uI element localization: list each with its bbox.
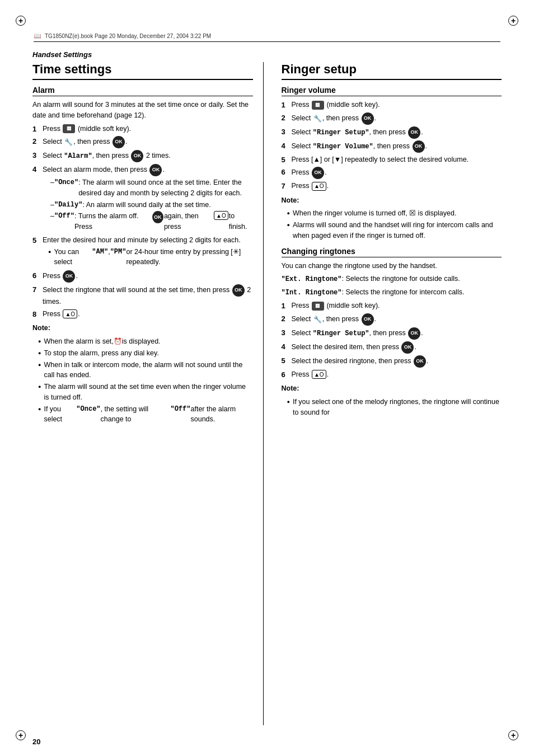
reg-mark-br	[508, 730, 518, 740]
page: 📖 TG1850NZ(e).book Page 20 Monday, Decem…	[0, 0, 534, 756]
changing-ringtones-notes-list: If you select one of the melody ringtone…	[287, 397, 502, 418]
alarm-note-label: Note:	[32, 323, 253, 334]
cr-ok-2: OK	[362, 313, 374, 326]
alarm-step-8: 8 Press ▲O.	[32, 309, 253, 320]
alarm-mode-once: "Once": The alarm will sound once at the…	[50, 177, 253, 199]
ringer-setup-title: Ringer setup	[282, 62, 502, 80]
cr-settings-icon: 🔧	[313, 314, 322, 325]
rv-step-2-content: Select 🔧, then press OK.	[292, 112, 502, 125]
cr-step-1-content: Press ▦ (middle soft key).	[292, 300, 502, 311]
reg-mark-bl	[16, 730, 26, 740]
cr-step-4: 4 Select the desired item, then press OK…	[282, 341, 502, 354]
step-3-content: Select "Alarm", then press OK 2 times.	[43, 150, 253, 162]
int-ringtone-desc: "Int. Ringtone": Selects the ringtone fo…	[282, 287, 502, 298]
cr-step-num-3: 3	[282, 327, 292, 339]
cr-ok-3: OK	[408, 327, 420, 340]
ok-btn-3: OK	[131, 150, 143, 162]
left-column: Time settings Alarm An alarm will sound …	[32, 62, 264, 725]
step-5-content: Enter the desired hour and minute by sel…	[43, 235, 253, 269]
rv-ok-2: OK	[362, 112, 374, 125]
cr-note-1: If you select one of the melody ringtone…	[287, 397, 502, 418]
alarm-mode-list: "Once": The alarm will sound once at the…	[50, 177, 253, 232]
alarm-note-2: To stop the alarm, press any dial key.	[38, 348, 253, 359]
step-num-8: 8	[32, 309, 43, 320]
two-columns: Time settings Alarm An alarm will sound …	[32, 62, 502, 725]
step-8-content: Press ▲O.	[43, 309, 253, 320]
cr-step-3: 3 Select "Ringer Setup", then press OK.	[282, 327, 502, 340]
rv-step-num-6: 6	[282, 167, 292, 178]
alarm-step-2: 2 Select 🔧, then press OK.	[32, 136, 253, 148]
step-num-3: 3	[32, 150, 43, 161]
section-header: Handset Settings	[32, 50, 502, 59]
step-2-content: Select 🔧, then press OK.	[43, 136, 253, 148]
cr-step-5: 5 Select the desired ringtone, then pres…	[282, 355, 502, 368]
rv-func-btn-7: ▲O	[312, 182, 326, 191]
rv-step-6-content: Press OK.	[292, 167, 502, 179]
step-1-content: Press ▦ (middle soft key).	[43, 124, 253, 134]
ringer-volume-notes-list: When the ringer volume is turned off, ☒ …	[287, 208, 502, 241]
rv-step-1-content: Press ▦ (middle soft key).	[292, 100, 502, 110]
rv-step-3: 3 Select "Ringer Setup", then press OK.	[282, 126, 502, 139]
rv-step-3-content: Select "Ringer Setup", then press OK.	[292, 126, 502, 139]
page-number: 20	[32, 738, 40, 746]
step-num-4: 4	[32, 164, 43, 175]
step-num-5: 5	[32, 235, 43, 246]
ok-btn-7: OK	[232, 284, 245, 297]
rv-note-2: Alarms will sound and the handset will r…	[287, 220, 502, 241]
cr-step-num-4: 4	[282, 341, 292, 353]
header-info: 📖 TG1850NZ(e).book Page 20 Monday, Decem…	[34, 32, 500, 42]
rv-ok-6: OK	[312, 167, 324, 179]
step-num-7: 7	[32, 284, 43, 295]
ext-ringtone-desc: "Ext. Ringtone": Selects the ringtone fo…	[282, 274, 502, 284]
rv-step-num-3: 3	[282, 126, 292, 138]
step-num-2: 2	[32, 136, 43, 147]
ringer-volume-steps-list: 1 Press ▦ (middle soft key). 2 Select 🔧,…	[282, 100, 502, 192]
ok-btn-6: OK	[63, 270, 75, 283]
int-ringtone-label: "Int. Ringtone"	[282, 289, 342, 297]
rv-step-num-5: 5	[282, 154, 292, 166]
alarm-note-1: When the alarm is set, ⏰ is displayed.	[38, 336, 253, 347]
cr-step-4-content: Select the desired item, then press OK.	[292, 341, 502, 354]
changing-note-label: Note:	[282, 383, 502, 394]
rv-step-7: 7 Press ▲O.	[282, 181, 502, 192]
alarm-mode-daily: "Daily": An alarm will sound daily at th…	[50, 200, 253, 210]
alarm-note-5: If you select "Once", the setting will c…	[38, 404, 253, 425]
rv-step-num-2: 2	[282, 112, 292, 124]
cr-step-2: 2 Select 🔧, then press OK.	[282, 313, 502, 326]
book-icon: 📖	[34, 32, 41, 40]
ok-btn-2: OK	[113, 136, 125, 148]
alarm-mode-off: "Off": Turns the alarm off. Press OK aga…	[50, 211, 253, 232]
alarm-step-1: 1 Press ▦ (middle soft key).	[32, 124, 253, 135]
content-area: Handset Settings Time settings Alarm An …	[32, 50, 502, 725]
ringer-volume-note-label: Note:	[282, 195, 502, 206]
alarm-intro: An alarm will sound for 3 minutes at the…	[32, 100, 253, 121]
cr-step-1: 1 Press ▦ (middle soft key).	[282, 300, 502, 312]
alarm-notes-list: When the alarm is set, ⏰ is displayed. T…	[38, 336, 253, 425]
rv-step-num-1: 1	[282, 100, 292, 111]
step-5-bullets: You can select "AM", "PM" or 24-hour tim…	[48, 247, 253, 268]
rv-step-6: 6 Press OK.	[282, 167, 502, 179]
rv-step-num-4: 4	[282, 140, 292, 152]
step-7-content: Select the ringtone that will sound at t…	[43, 284, 253, 307]
rv-step-2: 2 Select 🔧, then press OK.	[282, 112, 502, 125]
cr-ok-5: OK	[414, 355, 426, 368]
cr-step-6: 6 Press ▲O.	[282, 369, 502, 381]
rv-settings-icon: 🔧	[313, 114, 322, 124]
soft-key-icon-1: ▦	[63, 124, 75, 133]
step-num-1: 1	[32, 124, 43, 135]
alarm-subsection-title: Alarm	[32, 86, 253, 96]
alarm-clock-icon: ⏰	[114, 336, 122, 346]
cr-step-num-1: 1	[282, 300, 292, 312]
reg-mark-tr	[508, 16, 518, 26]
alarm-note-4: The alarm will sound at the set time eve…	[38, 382, 253, 403]
cr-step-5-content: Select the desired ringtone, then press …	[292, 355, 502, 368]
rv-step-4: 4 Select "Ringer Volume", then press OK.	[282, 140, 502, 153]
cr-step-num-6: 6	[282, 369, 292, 381]
rv-step-num-7: 7	[282, 181, 292, 192]
func-btn-8: ▲O	[63, 309, 77, 318]
alarm-step-7: 7 Select the ringtone that will sound at…	[32, 284, 253, 307]
rv-step-5-content: Press [▲] or [▼] repeatedly to select th…	[292, 154, 502, 165]
cr-step-6-content: Press ▲O.	[292, 369, 502, 380]
alarm-steps-list: 1 Press ▦ (middle soft key). 2 Select 🔧,…	[32, 124, 253, 320]
changing-ringtones-intro: You can change the ringtone used by the …	[282, 261, 502, 271]
